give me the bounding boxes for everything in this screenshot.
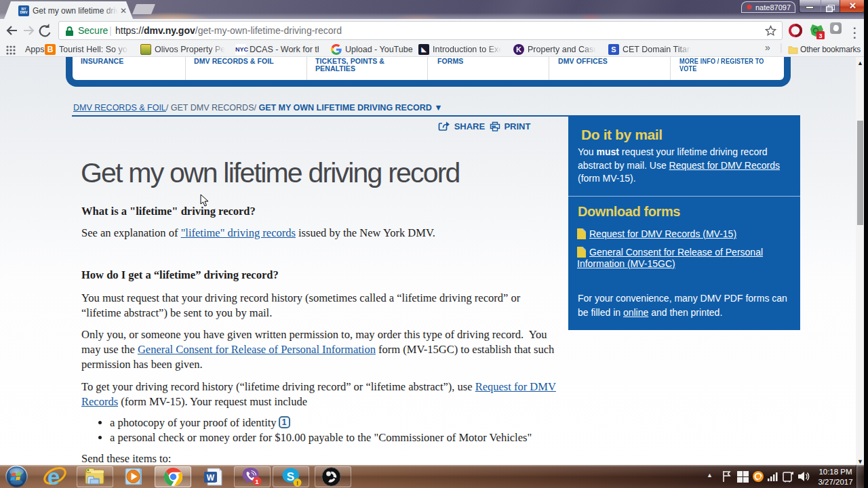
svg-text:W: W <box>207 473 215 483</box>
svg-text:S: S <box>287 470 294 483</box>
svg-text:3: 3 <box>818 33 822 39</box>
svg-text:e: e <box>47 466 60 487</box>
svg-text:!: ! <box>296 479 298 487</box>
svg-text:1: 1 <box>255 478 259 485</box>
